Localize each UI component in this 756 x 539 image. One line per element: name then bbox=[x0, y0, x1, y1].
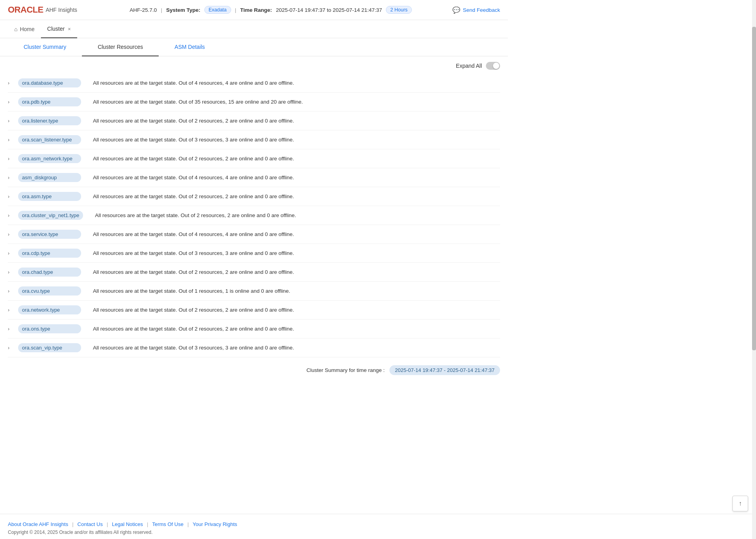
footer-separator: | bbox=[72, 521, 73, 527]
cluster-summary-row: Cluster Summary for time range : 2025-07… bbox=[8, 357, 500, 379]
sub-tab-asm-details-label: ASM Details bbox=[174, 44, 205, 50]
hours-badge: 2 Hours bbox=[386, 6, 412, 14]
footer-separator: | bbox=[187, 521, 189, 527]
resource-row: ›ora.service.typeAll resources are at th… bbox=[8, 225, 500, 244]
footer-link-contact[interactable]: Contact Us bbox=[78, 521, 103, 527]
sub-tab-asm-details[interactable]: ASM Details bbox=[159, 38, 220, 56]
oracle-logo: ORACLE bbox=[8, 5, 43, 15]
chevron-icon[interactable]: › bbox=[8, 288, 14, 294]
summary-label: Cluster Summary for time range : bbox=[306, 367, 385, 373]
chevron-icon[interactable]: › bbox=[8, 270, 14, 275]
resource-row: ›ora.database.typeAll resources are at t… bbox=[8, 74, 500, 93]
tab-home[interactable]: ⌂ Home bbox=[8, 20, 41, 38]
chevron-icon[interactable]: › bbox=[8, 307, 14, 313]
resource-description: All resources are at the target state. O… bbox=[95, 212, 296, 218]
chevron-icon[interactable]: › bbox=[8, 232, 14, 237]
resource-description: All resources are at the target state. O… bbox=[93, 345, 294, 351]
resource-description: All resources are at the target state. O… bbox=[93, 175, 294, 180]
expand-all-label: Expand All bbox=[456, 63, 482, 69]
time-range-label: Time Range: bbox=[240, 7, 272, 13]
resource-tag[interactable]: ora.ons.type bbox=[18, 324, 81, 333]
resource-tag[interactable]: ora.cluster_vip_net1.type bbox=[18, 211, 83, 220]
expand-all-toggle[interactable] bbox=[486, 62, 500, 70]
resource-tag[interactable]: asm_diskgroup bbox=[18, 173, 81, 182]
resource-tag[interactable]: ora.cdp.type bbox=[18, 249, 81, 258]
resource-tag[interactable]: ora.asm.type bbox=[18, 192, 81, 201]
summary-range-badge: 2025-07-14 19:47:37 - 2025-07-14 21:47:3… bbox=[389, 365, 500, 375]
chevron-icon[interactable]: › bbox=[8, 345, 14, 351]
resource-description: All resources are at the target state. O… bbox=[93, 118, 294, 124]
resource-description: All resources are at the target state. O… bbox=[93, 326, 294, 332]
sub-tab-cluster-resources-label: Cluster Resources bbox=[98, 44, 143, 50]
footer-link-legal[interactable]: Legal Notices bbox=[112, 521, 143, 527]
system-type-label: System Type: bbox=[166, 7, 200, 13]
sep1: | bbox=[161, 7, 162, 13]
resource-description: All resources are at the target state. O… bbox=[93, 307, 294, 313]
resource-row: ›ora.scan_vip.typeAll resources are at t… bbox=[8, 338, 500, 357]
chevron-icon[interactable]: › bbox=[8, 137, 14, 143]
chevron-icon[interactable]: › bbox=[8, 213, 14, 218]
resource-row: ›ora.asm.typeAll resources are at the ta… bbox=[8, 187, 500, 206]
resource-description: All resources are at the target state. O… bbox=[93, 80, 294, 86]
chevron-icon[interactable]: › bbox=[8, 175, 14, 180]
resource-description: All resources are at the target state. O… bbox=[93, 269, 294, 275]
main-content: Expand All ›ora.database.typeAll resourc… bbox=[0, 56, 508, 395]
tab-cluster-label: Cluster bbox=[47, 26, 65, 32]
resource-row: ›ora.scan_listener.typeAll resources are… bbox=[8, 130, 500, 149]
chevron-icon[interactable]: › bbox=[8, 156, 14, 162]
version-label: AHF-25.7.0 bbox=[130, 7, 157, 13]
header: ORACLE AHF Insights AHF-25.7.0 | System … bbox=[0, 0, 508, 20]
send-feedback-button[interactable]: 💬 Send Feedback bbox=[452, 6, 500, 14]
expand-all-row: Expand All bbox=[8, 56, 500, 74]
resource-tag[interactable]: ora.scan_vip.type bbox=[18, 343, 81, 352]
resource-row: ›ora.ons.typeAll resources are at the ta… bbox=[8, 320, 500, 338]
chevron-icon[interactable]: › bbox=[8, 118, 14, 124]
chevron-icon[interactable]: › bbox=[8, 80, 14, 86]
resource-row: ›asm_diskgroupAll resources are at the t… bbox=[8, 168, 500, 187]
footer-link-privacy[interactable]: Your Privacy Rights bbox=[193, 521, 237, 527]
sub-tabs: Cluster Summary Cluster Resources ASM De… bbox=[0, 38, 508, 56]
resource-tag[interactable]: ora.chad.type bbox=[18, 268, 81, 277]
resource-row: ›ora.asm_network.typeAll resources are a… bbox=[8, 149, 500, 168]
home-icon: ⌂ bbox=[14, 26, 17, 32]
resource-row: ›ora.cdp.typeAll resources are at the ta… bbox=[8, 244, 500, 263]
footer: About Oracle AHF Insights|Contact Us|Leg… bbox=[0, 514, 508, 539]
resource-tag[interactable]: ora.network.type bbox=[18, 305, 81, 314]
system-type-badge: Exadata bbox=[204, 6, 231, 14]
resource-description: All resources are at the target state. O… bbox=[93, 193, 294, 199]
chevron-icon[interactable]: › bbox=[8, 99, 14, 105]
resource-row: ›ora.pdb.typeAll resources are at the ta… bbox=[8, 93, 500, 112]
footer-link-about[interactable]: About Oracle AHF Insights bbox=[8, 521, 68, 527]
send-feedback-label: Send Feedback bbox=[463, 7, 500, 13]
resource-tag[interactable]: ora.scan_listener.type bbox=[18, 135, 81, 144]
chevron-icon[interactable]: › bbox=[8, 326, 14, 332]
resource-description: All resources are at the target state. O… bbox=[93, 231, 294, 237]
resource-tag[interactable]: ora.pdb.type bbox=[18, 97, 81, 106]
resource-tag[interactable]: ora.service.type bbox=[18, 230, 81, 239]
resource-list: ›ora.database.typeAll resources are at t… bbox=[8, 74, 500, 357]
resource-tag[interactable]: ora.listener.type bbox=[18, 116, 81, 125]
tab-cluster[interactable]: Cluster × bbox=[41, 20, 77, 38]
footer-link-terms[interactable]: Terms Of Use bbox=[152, 521, 183, 527]
header-info: AHF-25.7.0 | System Type: Exadata | Time… bbox=[89, 6, 452, 14]
main-tabs: ⌂ Home Cluster × bbox=[0, 20, 508, 38]
resource-description: All resources are at the target state. O… bbox=[93, 99, 303, 105]
tab-cluster-close-icon[interactable]: × bbox=[68, 26, 71, 32]
resource-row: ›ora.cvu.typeAll resources are at the ta… bbox=[8, 282, 500, 301]
logo-area: ORACLE AHF Insights bbox=[8, 5, 77, 15]
resource-tag[interactable]: ora.asm_network.type bbox=[18, 154, 81, 163]
footer-separator: | bbox=[107, 521, 108, 527]
chevron-icon[interactable]: › bbox=[8, 251, 14, 256]
resource-tag[interactable]: ora.database.type bbox=[18, 78, 81, 87]
sub-tab-cluster-summary[interactable]: Cluster Summary bbox=[8, 38, 82, 56]
sub-tab-cluster-resources[interactable]: Cluster Resources bbox=[82, 38, 159, 56]
resource-row: ›ora.listener.typeAll resources are at t… bbox=[8, 112, 500, 130]
resource-row: ›ora.chad.typeAll resources are at the t… bbox=[8, 263, 500, 282]
resource-row: ›ora.network.typeAll resources are at th… bbox=[8, 301, 500, 320]
feedback-icon: 💬 bbox=[452, 6, 460, 14]
resource-tag[interactable]: ora.cvu.type bbox=[18, 286, 81, 296]
time-range-value: 2025-07-14 19:47:37 to 2025-07-14 21:47:… bbox=[276, 7, 382, 13]
footer-links: About Oracle AHF Insights|Contact Us|Leg… bbox=[8, 521, 508, 527]
sep2: | bbox=[235, 7, 237, 13]
chevron-icon[interactable]: › bbox=[8, 194, 14, 199]
